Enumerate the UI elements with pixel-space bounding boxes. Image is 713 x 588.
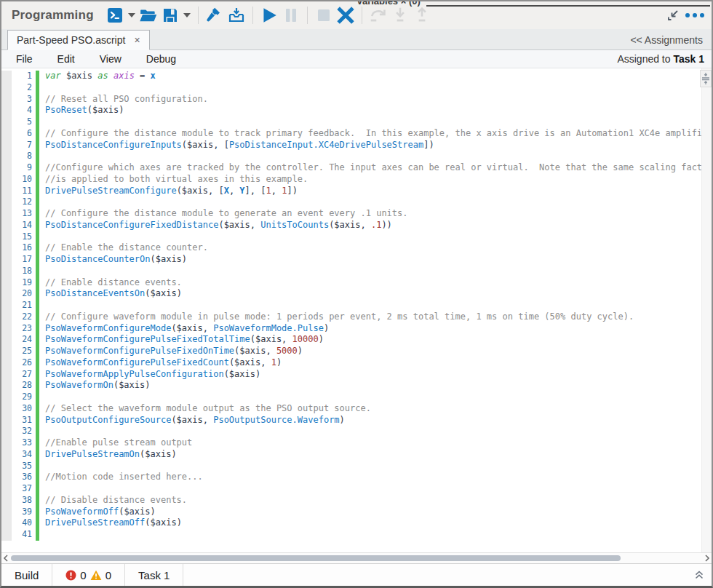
expand-panel-button[interactable] <box>687 564 712 586</box>
vertical-scrollbar-track[interactable] <box>701 68 712 552</box>
save-button[interactable] <box>159 4 181 26</box>
script-editor-button[interactable] <box>104 4 126 26</box>
breakpoint-margin[interactable] <box>1 242 12 254</box>
breakpoint-margin[interactable] <box>1 346 12 357</box>
breakpoint-margin[interactable] <box>1 415 12 426</box>
code-line[interactable]: 11DrivePulseStreamConfigure($axis, [X, Y… <box>1 186 701 197</box>
assignments-collapse-link[interactable]: << Assignments <box>630 34 712 46</box>
breakpoint-margin[interactable] <box>1 71 12 82</box>
code-line[interactable]: 36//Motion code inserted here... <box>1 472 701 483</box>
menu-file[interactable]: File <box>16 53 33 65</box>
breakpoint-margin[interactable] <box>1 334 12 346</box>
code-line[interactable]: 41 <box>1 529 701 541</box>
code-line[interactable]: 38// Disable distance events. <box>1 495 701 506</box>
code-line[interactable]: 5 <box>1 116 701 128</box>
code-line[interactable]: 35 <box>1 461 701 472</box>
breakpoint-margin[interactable] <box>1 357 12 369</box>
breakpoint-margin[interactable] <box>1 483 12 495</box>
breakpoint-margin[interactable] <box>1 403 12 415</box>
build-button[interactable] <box>204 4 226 26</box>
horizontal-scrollbar-thumb[interactable] <box>11 555 621 561</box>
breakpoint-margin[interactable] <box>1 426 12 437</box>
code-line[interactable]: 23PsoWaveformConfigureMode($axis, PsoWav… <box>1 323 701 335</box>
code-line[interactable]: 1var $axis as axis = x <box>1 71 701 82</box>
breakpoint-margin[interactable] <box>1 323 12 335</box>
code-line[interactable]: 26PsoWaveformConfigurePulseFixedCount($a… <box>1 357 701 369</box>
menu-edit[interactable]: Edit <box>57 53 75 65</box>
code-line[interactable]: 21 <box>1 300 701 311</box>
breakpoint-margin[interactable] <box>1 461 12 472</box>
code-line[interactable]: 31PsoOutputConfigureSource($axis, PsoOut… <box>1 415 701 426</box>
breakpoint-margin[interactable] <box>1 495 12 506</box>
breakpoint-margin[interactable] <box>1 277 12 289</box>
code-line[interactable]: 22// Configure waveform module in pulse … <box>1 311 701 323</box>
code-line[interactable]: 28PsoWaveformOn($axis) <box>1 380 701 392</box>
scroll-left-arrow[interactable] <box>1 553 10 563</box>
breakpoint-margin[interactable] <box>1 392 12 403</box>
scroll-right-arrow[interactable] <box>703 553 712 563</box>
horizontal-scrollbar[interactable] <box>1 552 712 563</box>
code-line[interactable]: 12 <box>1 196 701 208</box>
breakpoint-margin[interactable] <box>1 174 12 186</box>
breakpoint-margin[interactable] <box>1 288 12 300</box>
run-button[interactable] <box>258 4 280 26</box>
open-file-button[interactable] <box>138 4 159 26</box>
task-tab[interactable]: Task 1 <box>125 564 183 586</box>
code-line[interactable]: 9//Configure which axes are tracked by t… <box>1 162 701 174</box>
breakpoint-margin[interactable] <box>1 94 12 106</box>
breakpoint-margin[interactable] <box>1 437 12 449</box>
deploy-to-controller-button[interactable] <box>226 4 247 26</box>
code-line[interactable]: 14PsoDistanceConfigureFixedDistance($axi… <box>1 220 701 231</box>
code-line[interactable]: 32 <box>1 426 701 437</box>
breakpoint-margin[interactable] <box>1 369 12 381</box>
code-line[interactable]: 34DrivePulseStreamOn($axis) <box>1 449 701 461</box>
code-line[interactable]: 7PsoDistanceConfigureInputs($axis, [PsoD… <box>1 140 701 151</box>
editor-split-handle[interactable] <box>700 70 712 87</box>
script-editor-dropdown[interactable] <box>126 4 138 26</box>
build-tab[interactable]: Build <box>1 564 52 586</box>
code-line[interactable]: 33//Enable pulse stream output <box>1 437 701 449</box>
breakpoint-margin[interactable] <box>1 220 12 231</box>
code-line[interactable]: 37 <box>1 483 701 495</box>
breakpoint-margin[interactable] <box>1 254 12 266</box>
breakpoint-margin[interactable] <box>1 151 12 162</box>
code-line[interactable]: 6// Configure the distance module to tra… <box>1 128 701 140</box>
menu-view[interactable]: View <box>100 53 122 65</box>
code-line[interactable]: 15 <box>1 231 701 243</box>
tab-close-icon[interactable]: × <box>134 34 140 46</box>
breakpoint-margin[interactable] <box>1 82 12 94</box>
breakpoint-margin[interactable] <box>1 529 12 541</box>
breakpoint-margin[interactable] <box>1 449 12 461</box>
problems-tab[interactable]: 0 0 <box>52 564 125 586</box>
code-line[interactable]: 19// Enable distance events. <box>1 277 701 289</box>
tab-part-speed-pso[interactable]: Part-Speed PSO.ascript × <box>7 30 150 50</box>
code-line[interactable]: 17PsoDistanceCounterOn($axis) <box>1 254 701 266</box>
save-dropdown[interactable] <box>181 4 193 26</box>
code-line[interactable]: 13// Configure the distance module to ge… <box>1 208 701 220</box>
code-editor[interactable]: 1var $axis as axis = x23// Reset all PSO… <box>1 68 712 552</box>
more-options-button[interactable] <box>684 4 706 26</box>
breakpoint-margin[interactable] <box>1 196 12 208</box>
code-line[interactable]: 18 <box>1 266 701 277</box>
breakpoint-margin[interactable] <box>1 105 12 116</box>
breakpoint-margin[interactable] <box>1 162 12 174</box>
breakpoint-margin[interactable] <box>1 517 12 529</box>
code-line[interactable]: 39PsoWaveformOff($axis) <box>1 506 701 518</box>
code-line[interactable]: 24PsoWaveformConfigurePulseFixedTotalTim… <box>1 334 701 346</box>
code-line[interactable]: 4PsoReset($axis) <box>1 105 701 116</box>
code-line[interactable]: 40DrivePulseStreamOff($axis) <box>1 517 701 529</box>
code-line[interactable]: 27PsoWaveformApplyPulseConfiguration($ax… <box>1 369 701 381</box>
breakpoint-margin[interactable] <box>1 231 12 243</box>
code-line[interactable]: 25PsoWaveformConfigurePulseFixedOnTime($… <box>1 346 701 357</box>
code-line[interactable]: 8 <box>1 151 701 162</box>
code-line[interactable]: 16// Enable the distance counter. <box>1 242 701 254</box>
collapse-panel-button[interactable] <box>662 4 684 26</box>
breakpoint-margin[interactable] <box>1 380 12 392</box>
code-line[interactable]: 29 <box>1 392 701 403</box>
breakpoint-margin[interactable] <box>1 186 12 197</box>
code-line[interactable]: 30// Select the waveform module output a… <box>1 403 701 415</box>
abort-button[interactable] <box>335 4 356 26</box>
breakpoint-margin[interactable] <box>1 311 12 323</box>
code-line[interactable]: 10//is applied to both virtual axes in t… <box>1 174 701 186</box>
menu-debug[interactable]: Debug <box>146 53 176 65</box>
